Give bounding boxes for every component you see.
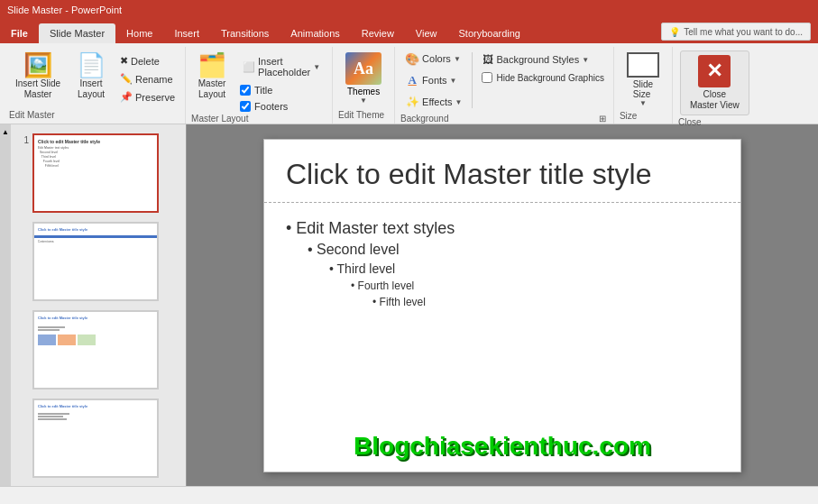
tab-animations[interactable]: Animations [280, 23, 350, 43]
tab-file[interactable]: File [0, 23, 39, 43]
insert-placeholder-icon: ⬜ [243, 61, 255, 73]
group-size-content: SlideSize ▼ [620, 49, 666, 111]
fonts-button[interactable]: A Fonts ▼ [400, 70, 466, 90]
insert-slide-master-icon: 🖼️ [23, 53, 52, 77]
fonts-dropdown-icon[interactable]: ▼ [450, 77, 457, 85]
title-checkbox-row: Title [236, 83, 326, 97]
edit-master-small-buttons: ✖ Delete ✏️ Rename 📌 Preserve [115, 52, 179, 105]
master-layout-button[interactable]: 🗂️ MasterLayout [191, 49, 233, 105]
tab-review[interactable]: Review [351, 23, 405, 43]
body-level4: Fourth level [351, 278, 719, 294]
slide-panel: 1 Click to edit Master title style Edit … [11, 124, 187, 486]
background-styles-dropdown-icon[interactable]: ▼ [582, 56, 589, 64]
slide-canvas[interactable]: Click to edit Master title style Edit Ma… [263, 139, 741, 472]
insert-slide-master-label: Insert SlideMaster [15, 78, 60, 100]
title-checkbox-label: Title [254, 85, 272, 96]
group-close: ✕ CloseMaster View Close [673, 47, 757, 124]
slide-thumb-4[interactable]: Click to edit Master title style [14, 397, 182, 480]
insert-layout-label: InsertLayout [78, 78, 105, 100]
group-master-layout-content: 🗂️ MasterLayout ⬜ InsertPlaceholder ▼ Ti… [191, 49, 326, 114]
group-edit-master-content: 🖼️ Insert SlideMaster 📄 InsertLayout ✖ D… [9, 49, 179, 110]
body-level3: Third level [329, 260, 719, 278]
slide-thumb-1[interactable]: 1 Click to edit Master title style Edit … [14, 132, 182, 215]
scroll-up-arrow[interactable]: ▲ [0, 126, 11, 138]
effects-dropdown-icon[interactable]: ▼ [455, 98, 463, 106]
separator [472, 52, 473, 108]
slide-thumbnail-1: Click to edit Master title style Edit Ma… [32, 133, 159, 213]
insert-layout-icon: 📄 [77, 53, 106, 77]
fonts-label: Fonts [422, 75, 447, 86]
preserve-icon: 📌 [120, 91, 133, 103]
effects-button[interactable]: ✨ Effects ▼ [400, 92, 466, 112]
title-checkbox[interactable] [240, 85, 251, 96]
insert-placeholder-dropdown-icon[interactable]: ▼ [313, 63, 320, 71]
group-background: 🎨 Colors ▼ A Fonts ▼ ✨ Effects [395, 47, 614, 124]
preserve-button[interactable]: 📌 Preserve [115, 88, 179, 105]
slide-thumb-5[interactable]: Click to edit Master title style [14, 485, 182, 486]
title-bar-text: Slide Master - PowerPoint [7, 5, 122, 15]
body-level5: Fifth level [372, 294, 719, 310]
group-close-content: ✕ CloseMaster View [678, 49, 751, 117]
delete-icon: ✖ [120, 55, 128, 67]
themes-icon: Aa [345, 52, 381, 85]
slide-thumb-2[interactable]: Click to edit Master title style Content… [14, 220, 182, 303]
ribbon: 🖼️ Insert SlideMaster 📄 InsertLayout ✖ D… [0, 43, 818, 124]
rename-button[interactable]: ✏️ Rename [115, 70, 179, 87]
colors-button[interactable]: 🎨 Colors ▼ [400, 49, 466, 69]
tab-slide-master[interactable]: Slide Master [39, 23, 115, 43]
panel-scrollbar[interactable]: ▲ [0, 124, 11, 486]
background-fce-group: 🎨 Colors ▼ A Fonts ▼ ✨ Effects [400, 49, 466, 112]
status-bar [0, 486, 818, 504]
help-box[interactable]: 💡 Tell me what you want to do... [661, 23, 811, 41]
group-edit-theme-content: Aa Themes ▼ [338, 49, 389, 110]
background-expand-icon[interactable]: ⊞ [597, 112, 608, 125]
hide-background-row: Hide Background Graphics [478, 70, 608, 85]
canvas-body-list: Edit Master text styles Second level Thi… [286, 217, 719, 310]
hide-background-checkbox[interactable] [482, 72, 492, 83]
slide-size-label: SlideSize [633, 79, 653, 99]
footers-checkbox-label: Footers [254, 101, 288, 112]
close-master-view-icon: ✕ [698, 55, 731, 87]
slide-thumbnail-4: Click to edit Master title style [32, 399, 159, 478]
fonts-icon: A [405, 73, 419, 87]
slide-size-button[interactable]: SlideSize ▼ [620, 49, 666, 111]
background-styles-button[interactable]: 🖼 Background Styles ▼ [478, 50, 608, 69]
delete-button[interactable]: ✖ Delete [115, 52, 179, 69]
slide-size-icon [627, 52, 659, 78]
canvas-area: Click to edit Master title style Edit Ma… [187, 124, 818, 486]
footers-checkbox[interactable] [240, 101, 251, 112]
colors-icon: 🎨 [405, 51, 419, 66]
colors-dropdown-icon[interactable]: ▼ [454, 55, 461, 63]
slide-size-dropdown-icon[interactable]: ▼ [639, 99, 647, 107]
body-level1: Edit Master text styles [286, 217, 719, 240]
themes-dropdown-icon[interactable]: ▼ [360, 96, 367, 105]
slide-thumb-3[interactable]: Click to edit Master title style [14, 308, 182, 391]
effects-label: Effects [422, 96, 452, 107]
group-master-layout: 🗂️ MasterLayout ⬜ InsertPlaceholder ▼ Ti… [186, 47, 333, 124]
tab-insert[interactable]: Insert [163, 23, 210, 43]
themes-label: Themes [347, 87, 380, 96]
tab-storyboarding[interactable]: Storyboarding [448, 23, 532, 43]
canvas-title: Click to edit Master title style [264, 140, 740, 203]
rename-icon: ✏️ [120, 73, 133, 85]
close-master-view-button[interactable]: ✕ CloseMaster View [680, 50, 749, 115]
body-level2: Second level [308, 240, 719, 260]
slide-thumbnail-2: Click to edit Master title style Content… [32, 222, 159, 301]
ribbon-tabs: File Slide Master Home Insert Transition… [0, 20, 818, 43]
insert-placeholder-button[interactable]: ⬜ InsertPlaceholder ▼ [236, 52, 326, 81]
insert-slide-master-button[interactable]: 🖼️ Insert SlideMaster [9, 49, 67, 105]
group-edit-master: 🖼️ Insert SlideMaster 📄 InsertLayout ✖ D… [4, 47, 186, 124]
tab-transitions[interactable]: Transitions [210, 23, 280, 43]
themes-button[interactable]: Aa Themes ▼ [338, 49, 389, 108]
footers-checkbox-row: Footers [236, 99, 326, 114]
group-size: SlideSize ▼ Size [614, 47, 673, 124]
title-bar: Slide Master - PowerPoint [0, 0, 818, 20]
group-edit-theme: Aa Themes ▼ Edit Theme [333, 47, 395, 124]
canvas-body: Edit Master text styles Second level Thi… [264, 203, 740, 325]
tab-view[interactable]: View [405, 23, 448, 43]
tab-home[interactable]: Home [115, 23, 163, 43]
insert-layout-button[interactable]: 📄 InsertLayout [70, 49, 112, 105]
close-master-view-label: CloseMaster View [690, 89, 740, 111]
master-layout-label: MasterLayout [198, 78, 226, 100]
main-area: ▲ 1 Click to edit Master title style Edi… [0, 124, 818, 486]
